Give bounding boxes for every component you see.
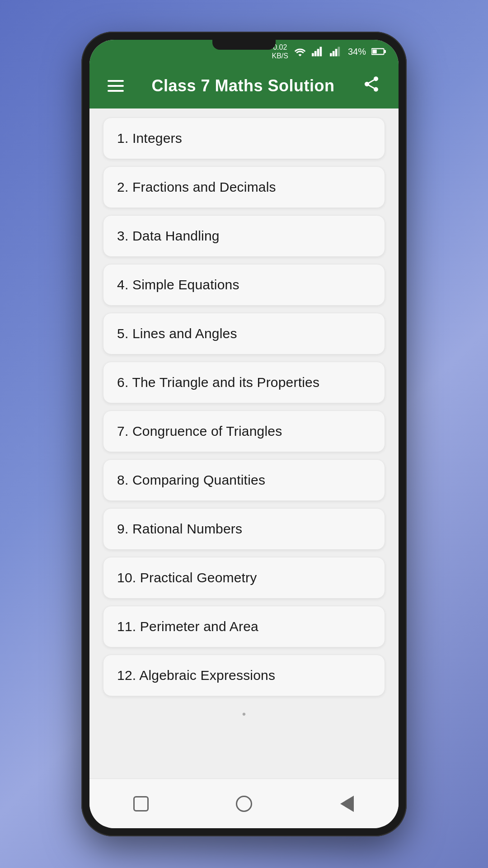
chapter-item-8[interactable]: 8. Comparing Quantities	[103, 459, 385, 501]
chapter-label-8: 8. Comparing Quantities	[117, 472, 265, 488]
app-title: Class 7 Maths Solution	[137, 76, 349, 95]
svg-rect-0	[312, 53, 314, 57]
app-toolbar: Class 7 Maths Solution	[89, 63, 399, 108]
chapter-label-9: 9. Rational Numbers	[117, 521, 242, 537]
chapter-item-2[interactable]: 2. Fractions and Decimals	[103, 166, 385, 208]
chapter-label-10: 10. Practical Geometry	[117, 570, 257, 585]
menu-line-1	[108, 80, 124, 82]
back-icon	[340, 796, 354, 812]
chapter-item-3[interactable]: 3. Data Handling	[103, 215, 385, 257]
chapter-label-5: 5. Lines and Angles	[117, 326, 237, 341]
home-button[interactable]	[226, 790, 262, 817]
chapter-list: 1. Integers 2. Fractions and Decimals 3.…	[89, 108, 399, 778]
chapter-label-4: 4. Simple Equations	[117, 277, 239, 292]
battery-percentage: 34%	[348, 47, 366, 57]
chapter-label-2: 2. Fractions and Decimals	[117, 179, 276, 195]
chapter-item-6[interactable]: 6. The Triangle and its Properties	[103, 362, 385, 403]
chapter-label-7: 7. Congruence of Triangles	[117, 424, 282, 439]
chapter-item-5[interactable]: 5. Lines and Angles	[103, 313, 385, 354]
chapter-label-6: 6. The Triangle and its Properties	[117, 375, 319, 390]
chapter-label-1: 1. Integers	[117, 131, 182, 146]
svg-rect-10	[384, 50, 386, 53]
chapter-label-12: 12. Algebraic Expressions	[117, 668, 275, 683]
chapter-item-1[interactable]: 1. Integers	[103, 118, 385, 159]
chapter-item-10[interactable]: 10. Practical Geometry	[103, 557, 385, 599]
svg-rect-1	[314, 51, 317, 57]
svg-rect-2	[317, 49, 319, 56]
chapter-item-11[interactable]: 11. Perimeter and Area	[103, 606, 385, 647]
phone-frame: 0.02 KB/S 34%	[81, 32, 407, 836]
home-icon	[236, 796, 252, 812]
chapter-label-3: 3. Data Handling	[117, 228, 220, 244]
svg-rect-5	[333, 51, 335, 57]
phone-screen: 0.02 KB/S 34%	[89, 40, 399, 828]
battery-icon	[371, 47, 386, 57]
back-button[interactable]	[329, 790, 365, 817]
svg-rect-7	[338, 47, 340, 57]
wifi-icon	[294, 47, 306, 57]
chapter-item-7[interactable]: 7. Congruence of Triangles	[103, 410, 385, 452]
svg-rect-9	[372, 50, 377, 54]
scroll-hint: •	[103, 703, 385, 725]
menu-button[interactable]	[103, 75, 128, 96]
signal-bars-icon	[330, 47, 343, 57]
recent-apps-icon	[133, 796, 149, 811]
share-button[interactable]	[358, 71, 385, 102]
chapter-item-4[interactable]: 4. Simple Equations	[103, 264, 385, 306]
recent-apps-button[interactable]	[123, 790, 159, 817]
menu-line-3	[108, 90, 124, 92]
svg-rect-4	[330, 53, 332, 57]
chapter-item-9[interactable]: 9. Rational Numbers	[103, 508, 385, 550]
chapter-item-12[interactable]: 12. Algebraic Expressions	[103, 655, 385, 696]
svg-rect-3	[319, 47, 322, 57]
menu-line-2	[108, 85, 124, 87]
notch	[212, 40, 276, 50]
chapter-label-11: 11. Perimeter and Area	[117, 619, 258, 634]
signal-icon	[312, 47, 324, 57]
bottom-navigation	[89, 778, 399, 828]
svg-rect-6	[335, 49, 338, 56]
